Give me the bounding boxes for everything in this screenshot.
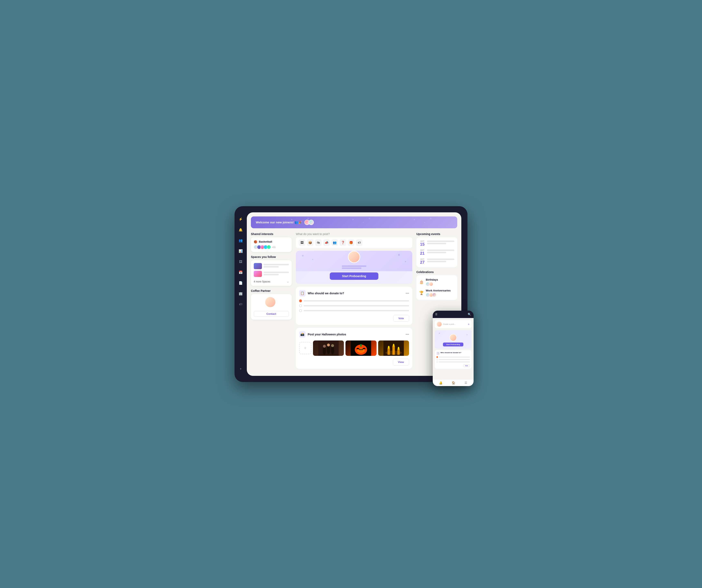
post-icon-megaphone[interactable]: 📣: [323, 239, 330, 246]
post-icon-tag[interactable]: 🏷: [356, 239, 362, 246]
poll-card: 📋 Who should we donate to? •••: [296, 287, 412, 325]
event-line-short: [427, 261, 446, 262]
mobile-radio-empty: [436, 361, 438, 363]
post-icon-gift[interactable]: 🎁: [348, 239, 354, 246]
svg-rect-9: [360, 344, 362, 347]
mobile-placeholder-text: Create a post...: [443, 323, 467, 325]
deco-dot: [405, 261, 406, 262]
svg-point-6: [331, 344, 334, 347]
avatar-count: +11: [272, 246, 275, 248]
halloween-photo-1: [313, 340, 344, 356]
sidebar-icon-chart[interactable]: 📊: [238, 248, 244, 254]
sidebar-icon-people[interactable]: 👥: [238, 238, 244, 243]
event-date-2: Oct 21: [419, 249, 425, 255]
coffee-partner-card: Contact: [251, 294, 292, 320]
poll-option-1[interactable]: [299, 299, 409, 302]
post-icon-question[interactable]: ❓: [340, 239, 346, 246]
poll-option-2[interactable]: [299, 304, 409, 307]
deco-dot: [439, 333, 440, 334]
sidebar-icon-lightning[interactable]: ⚡: [238, 216, 244, 222]
event-line: [427, 259, 454, 260]
sidebar-icon-file[interactable]: 📄: [238, 280, 244, 286]
svg-point-4: [323, 345, 326, 348]
spaces-card: 4 more Spaces ⌄: [251, 260, 292, 286]
svg-point-3: [331, 346, 334, 355]
birthday-info: Birthdays: [426, 278, 454, 286]
space-thumbnail: [254, 271, 262, 277]
halloween-icon: 📸: [299, 331, 306, 337]
space-sub-line: [263, 266, 279, 268]
celebrations-section: Celebrations 🎂 Birthdays: [417, 270, 457, 300]
event-line-short: [427, 243, 446, 244]
halloween-card-header: 📸 Post your Halloween photos •••: [299, 331, 409, 337]
event-lines: [427, 249, 454, 254]
svg-point-23: [385, 351, 402, 355]
mobile-radio-2: [436, 359, 470, 360]
event-item-2: Oct 21: [419, 249, 454, 255]
sidebar-icon-image[interactable]: 🖼: [238, 259, 244, 265]
halloween-card: 📸 Post your Halloween photos ••• +: [296, 328, 412, 369]
space-item[interactable]: [254, 263, 289, 269]
mobile-menu-icon[interactable]: ☰: [465, 381, 467, 384]
preboarding-lines: [342, 266, 366, 270]
halloween-photo-3: [378, 340, 409, 356]
view-button[interactable]: View: [393, 359, 409, 366]
sidebar-icon-tag[interactable]: 🏷: [238, 301, 244, 307]
birthday-label: Birthdays: [426, 278, 454, 281]
celebrations-title: Celebrations: [417, 270, 457, 274]
preboarding-card: Start Preboarding: [296, 251, 412, 284]
basketball-icon: 🏀: [254, 240, 257, 243]
post-icon-box[interactable]: 📦: [307, 239, 314, 246]
mobile-vote-button[interactable]: Vote: [463, 365, 470, 367]
add-photo-button[interactable]: +: [299, 342, 311, 354]
coffee-partner-info: [265, 297, 277, 307]
svg-point-5: [327, 344, 330, 347]
post-icon-image[interactable]: 🖼: [299, 239, 305, 246]
mobile-start-preboarding-button[interactable]: Start Preboarding: [443, 342, 463, 347]
svg-point-20: [388, 346, 389, 349]
post-icon-shop[interactable]: 🛍: [315, 239, 322, 246]
sidebar-icon-plus[interactable]: +: [238, 366, 244, 372]
post-icon-people[interactable]: 👥: [331, 239, 338, 246]
sidebar-icon-calendar[interactable]: 📅: [238, 270, 244, 275]
event-day: 27: [419, 260, 425, 264]
device-frame: ⚡ 🔔 👥 📊 🖼 📅 📄 🏢 🏷 + Welcome our new join…: [235, 206, 467, 382]
sidebar-icon-building[interactable]: 🏢: [238, 291, 244, 297]
mobile-preboarding-top: [437, 332, 469, 342]
halloween-menu-icon[interactable]: •••: [405, 332, 409, 336]
contact-button[interactable]: Contact: [254, 311, 289, 317]
mobile-radio-1: [436, 356, 470, 358]
mobile-home-icon[interactable]: 🏠: [452, 381, 455, 384]
poll-option-3[interactable]: [299, 309, 409, 312]
space-info: [263, 272, 289, 276]
left-column: Shared interests 🏀 Basketball +1: [251, 232, 292, 372]
chevron-down-icon: ⌄: [287, 280, 289, 283]
halloween-photo-2: [345, 340, 376, 356]
avatar: [432, 293, 436, 297]
photo-grid: +: [299, 340, 409, 356]
celebrations-card: 🎂 Birthdays 🏆: [417, 275, 457, 300]
radio-selected-icon: [299, 299, 302, 302]
welcome-text: Welcome our new joiners! 👥🎉: [256, 220, 303, 224]
mobile-plus-icon[interactable]: +: [468, 322, 469, 326]
more-spaces[interactable]: 4 more Spaces ⌄: [254, 279, 289, 283]
space-item[interactable]: [254, 271, 289, 277]
space-name-line: [263, 272, 289, 273]
sidebar-icon-bell[interactable]: 🔔: [238, 227, 244, 233]
event-date-1: Oct 15: [419, 240, 425, 246]
mobile-poll-icon: 📋: [436, 352, 440, 355]
poll-menu-icon[interactable]: •••: [405, 291, 409, 295]
avatar: [267, 245, 271, 249]
upcoming-events-title: Upcoming events: [417, 232, 457, 236]
anniversary-info: Work Anniversaries: [426, 289, 454, 297]
svg-point-22: [397, 347, 399, 350]
coffee-partner-title: Coffee Partner: [251, 289, 292, 292]
mobile-bell-icon[interactable]: 🔔: [439, 381, 443, 384]
start-preboarding-button[interactable]: Start Preboarding: [330, 273, 378, 280]
anniversary-label: Work Anniversaries: [426, 289, 454, 292]
vote-button[interactable]: Vote: [393, 315, 409, 322]
post-prompt-section: What do you want to post? 🖼 📦 🛍 📣 👥 ❓ 🎁 …: [296, 232, 412, 248]
radio-empty-icon: [299, 304, 302, 307]
mobile-search-icon: 🔍: [468, 313, 471, 316]
welcome-avatars: [305, 220, 314, 225]
